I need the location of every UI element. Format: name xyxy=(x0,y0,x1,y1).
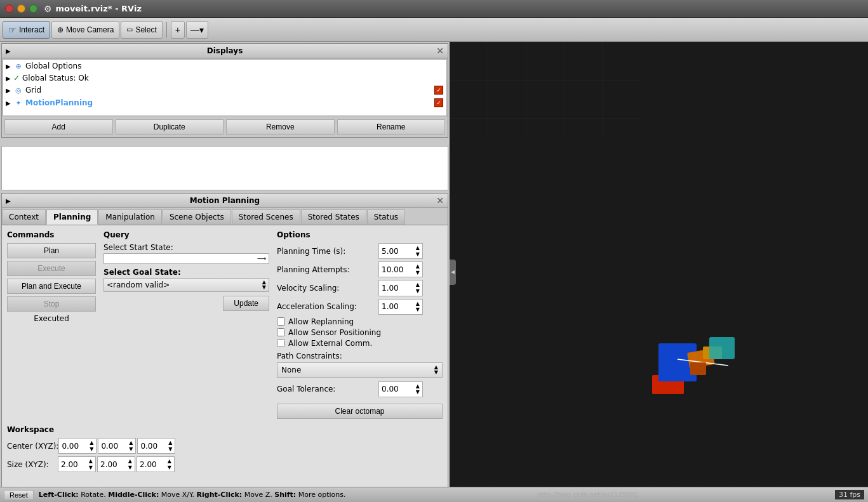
tab-status[interactable]: Status xyxy=(367,209,405,225)
goal-state-dropdown[interactable]: <random valid> ▲ ▼ xyxy=(103,278,269,292)
allow-replanning-row[interactable]: Allow Replanning xyxy=(277,317,443,326)
stop-button[interactable]: Stop xyxy=(7,296,96,312)
plan-execute-button[interactable]: Plan and Execute xyxy=(7,279,96,294)
center-x-down-icon[interactable]: ▼ xyxy=(90,446,93,452)
rename-display-button[interactable]: Rename xyxy=(337,119,446,135)
allow-replanning-checkbox[interactable] xyxy=(277,317,285,326)
center-x-spinners[interactable]: ▲ ▼ xyxy=(90,440,93,452)
path-constraints-dropdown[interactable]: None ▲ ▼ xyxy=(277,362,443,378)
center-y-down-icon[interactable]: ▼ xyxy=(129,446,133,452)
dropdown-tool-button[interactable]: — ▾ xyxy=(186,21,208,39)
center-y-up-icon[interactable]: ▲ xyxy=(129,440,133,446)
center-z-input[interactable]: 0.00 ▲ ▼ xyxy=(137,438,175,454)
acceleration-scaling-up-icon[interactable]: ▲ xyxy=(416,301,420,307)
tree-arrow-global-options[interactable]: ▶ xyxy=(6,63,13,70)
size-x-input[interactable]: 2.00 ▲ ▼ xyxy=(58,456,96,472)
planning-time-input[interactable]: 5.00 ▲ ▼ xyxy=(378,243,423,259)
size-x-up-icon[interactable]: ▲ xyxy=(89,458,93,465)
acceleration-scaling-spinners[interactable]: ▲ ▼ xyxy=(416,301,420,313)
goal-tolerance-down-icon[interactable]: ▼ xyxy=(416,389,420,395)
plan-button[interactable]: Plan xyxy=(7,243,96,258)
tree-item-global-options[interactable]: ▶ ⊕ Global Options xyxy=(3,60,446,72)
motion-planning-checkbox[interactable]: ✓ xyxy=(434,98,443,107)
add-display-button[interactable]: Add xyxy=(4,119,113,135)
center-x-input[interactable]: 0.00 ▲ ▼ xyxy=(58,438,97,454)
select-button[interactable]: ▭ Select xyxy=(121,21,162,39)
velocity-scaling-up-icon[interactable]: ▲ xyxy=(416,282,420,288)
tab-stored-scenes[interactable]: Stored Scenes xyxy=(232,209,300,225)
tree-item-global-status[interactable]: ▶ ✓ Global Status: Ok xyxy=(3,72,446,84)
motion-planning-expand-icon[interactable]: ▶ xyxy=(6,197,11,204)
goal-state-down-arrow[interactable]: ▼ xyxy=(262,285,266,290)
planning-time-down-icon[interactable]: ▼ xyxy=(416,251,420,258)
maximize-button[interactable] xyxy=(29,4,37,13)
path-constraints-down-icon[interactable]: ▼ xyxy=(434,370,438,375)
close-button[interactable] xyxy=(5,4,13,13)
planning-time-up-icon[interactable]: ▲ xyxy=(416,245,420,251)
planning-time-spinners[interactable]: ▲ ▼ xyxy=(416,245,420,257)
interact-button[interactable]: ☞ Interact xyxy=(3,21,50,39)
size-y-input[interactable]: 2.00 ▲ ▼ xyxy=(97,456,135,472)
size-z-up-icon[interactable]: ▲ xyxy=(168,458,171,465)
size-y-down-icon[interactable]: ▼ xyxy=(128,465,132,471)
planning-attempts-spinners[interactable]: ▲ ▼ xyxy=(416,263,420,275)
displays-expand-icon[interactable]: ▶ xyxy=(6,48,11,55)
duplicate-display-button[interactable]: Duplicate xyxy=(116,119,224,135)
tree-item-motion-planning[interactable]: ▶ ✦ MotionPlanning ✓ xyxy=(3,96,446,109)
center-y-input[interactable]: 0.00 ▲ ▼ xyxy=(98,438,136,454)
minimize-button[interactable] xyxy=(17,4,25,13)
tab-manipulation[interactable]: Manipulation xyxy=(98,209,162,225)
center-z-spinners[interactable]: ▲ ▼ xyxy=(168,440,172,452)
size-z-input[interactable]: 2.00 ▲ ▼ xyxy=(137,456,175,472)
goal-tolerance-up-icon[interactable]: ▲ xyxy=(416,383,420,390)
window-controls[interactable] xyxy=(5,4,37,13)
add-tool-button[interactable]: + xyxy=(171,21,185,39)
path-constraints-arrows[interactable]: ▲ ▼ xyxy=(434,365,438,375)
remove-display-button[interactable]: Remove xyxy=(226,119,335,135)
size-y-spinners[interactable]: ▲ ▼ xyxy=(128,458,132,470)
allow-sensor-positioning-row[interactable]: Allow Sensor Positioning xyxy=(277,328,443,337)
goal-tolerance-spinners[interactable]: ▲ ▼ xyxy=(416,383,420,395)
tree-item-grid[interactable]: ▶ ◎ Grid ✓ xyxy=(3,84,446,96)
tab-stored-states[interactable]: Stored States xyxy=(301,209,366,225)
tab-planning[interactable]: Planning xyxy=(46,209,98,225)
viewport-collapse-handle[interactable]: ◀ xyxy=(450,260,456,285)
allow-external-comm-row[interactable]: Allow External Comm. xyxy=(277,339,443,348)
size-y-up-icon[interactable]: ▲ xyxy=(128,458,132,465)
move-camera-button[interactable]: ⊕ Move Camera xyxy=(51,21,119,39)
allow-external-comm-checkbox[interactable] xyxy=(277,339,285,347)
execute-button[interactable]: Execute xyxy=(7,261,96,276)
grid-checkbox[interactable]: ✓ xyxy=(434,86,443,95)
clear-octomap-button[interactable]: Clear octomap xyxy=(277,404,443,419)
update-button[interactable]: Update xyxy=(223,296,269,311)
reset-button[interactable]: Reset xyxy=(4,490,34,500)
3d-viewport[interactable]: ◀ xyxy=(450,42,868,502)
tree-arrow-grid[interactable]: ▶ xyxy=(6,87,13,94)
center-z-up-icon[interactable]: ▲ xyxy=(168,440,172,446)
tab-context[interactable]: Context xyxy=(2,209,46,225)
allow-sensor-positioning-checkbox[interactable] xyxy=(277,328,285,336)
size-z-spinners[interactable]: ▲ ▼ xyxy=(168,458,171,470)
planning-attempts-input[interactable]: 10.00 ▲ ▼ xyxy=(378,261,423,277)
tree-arrow-motion-planning[interactable]: ▶ xyxy=(6,100,13,107)
goal-state-arrows[interactable]: ▲ ▼ xyxy=(262,280,266,290)
center-z-down-icon[interactable]: ▼ xyxy=(168,446,172,452)
size-z-down-icon[interactable]: ▼ xyxy=(168,465,171,471)
size-x-down-icon[interactable]: ▼ xyxy=(89,465,93,471)
goal-tolerance-input[interactable]: 0.00 ▲ ▼ xyxy=(378,381,423,397)
velocity-scaling-spinners[interactable]: ▲ ▼ xyxy=(416,282,420,294)
center-x-up-icon[interactable]: ▲ xyxy=(90,440,93,446)
start-state-select[interactable]: ⟶ xyxy=(103,253,269,264)
acceleration-scaling-down-icon[interactable]: ▼ xyxy=(416,307,420,313)
size-x-spinners[interactable]: ▲ ▼ xyxy=(89,458,93,470)
tab-scene-objects[interactable]: Scene Objects xyxy=(163,209,231,225)
tree-arrow-global-status[interactable]: ▶ xyxy=(6,75,13,82)
velocity-scaling-down-icon[interactable]: ▼ xyxy=(416,288,420,294)
acceleration-scaling-input[interactable]: 1.00 ▲ ▼ xyxy=(378,299,423,315)
center-y-spinners[interactable]: ▲ ▼ xyxy=(129,440,133,452)
displays-close-icon[interactable]: ✕ xyxy=(436,46,444,56)
planning-attempts-up-icon[interactable]: ▲ xyxy=(416,263,420,270)
motion-planning-close-icon[interactable]: ✕ xyxy=(436,195,444,206)
velocity-scaling-input[interactable]: 1.00 ▲ ▼ xyxy=(378,280,423,296)
planning-attempts-down-icon[interactable]: ▼ xyxy=(416,270,420,276)
